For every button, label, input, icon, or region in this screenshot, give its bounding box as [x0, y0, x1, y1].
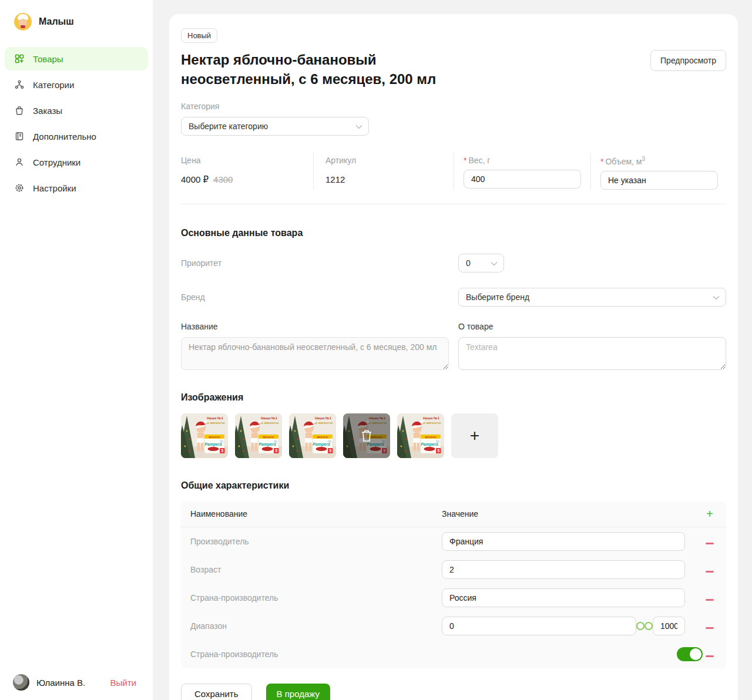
sidebar-item-products[interactable]: Товары [5, 47, 148, 70]
svg-text:Наши №1: Наши №1 [207, 416, 224, 420]
brand-select-value: Выберите бренд [466, 292, 529, 302]
remove-row-button[interactable] [703, 649, 717, 659]
brand: Малыш [0, 13, 153, 31]
svg-text:5: 5 [275, 449, 277, 453]
priority-select-value: 0 [466, 258, 471, 268]
product-image-thumbnail-hovered[interactable]: Наши №1 по мягкости МЕГА БОКС Pampers [343, 413, 390, 458]
brand-logo-icon [14, 13, 32, 31]
price-label: Цена [181, 156, 313, 165]
chevron-down-icon [713, 292, 720, 302]
sidebar-item-label: Сотрудники [33, 157, 80, 167]
toggle-switch-on[interactable] [677, 647, 703, 661]
remove-row-button[interactable] [703, 621, 717, 631]
product-image-thumbnail[interactable]: Наши №1 по мягкости МЕГА БОКС Pampers [181, 413, 228, 458]
journal-icon [14, 131, 25, 142]
about-textarea[interactable] [458, 337, 726, 370]
main-data-title: Основные данные товара [181, 228, 726, 238]
characteristic-value-input[interactable] [442, 532, 685, 551]
svg-text:МЕГА БОКС: МЕГА БОКС [317, 436, 328, 438]
delete-image-overlay[interactable] [343, 413, 390, 458]
minus-icon [706, 571, 714, 573]
weight-input[interactable] [464, 170, 581, 189]
product-image-thumbnail[interactable]: Наши №1 по мягкости МЕГА БОКС Pampers [289, 413, 336, 458]
svg-text:5: 5 [437, 449, 439, 453]
column-header-value: Значение [442, 509, 703, 519]
price-value: 4000 ₽4300 [181, 174, 313, 185]
brand-label: Бренд [181, 292, 458, 302]
range-control [442, 617, 685, 635]
sidebar-item-label: Товары [33, 54, 63, 64]
product-image-thumbnail[interactable]: Наши №1 по мягкости МЕГА БОКС Pampers [397, 413, 444, 458]
person-icon [14, 157, 25, 167]
remove-row-button[interactable] [703, 593, 717, 603]
priority-label: Приоритет [181, 258, 458, 268]
remove-row-button[interactable] [703, 536, 717, 547]
slider-handle-max[interactable] [636, 622, 644, 630]
sidebar-menu: Товары Категории Заказы [0, 47, 153, 200]
add-characteristic-button[interactable]: + [703, 508, 717, 520]
characteristic-name: Производитель [190, 537, 442, 546]
volume-input[interactable] [600, 171, 718, 190]
characteristic-name: Страна-производитель [190, 593, 442, 603]
svg-text:5: 5 [329, 449, 331, 453]
range-max-input[interactable] [653, 617, 685, 635]
toggle-knob [690, 648, 701, 660]
sidebar-item-settings[interactable]: Настройки [5, 176, 148, 200]
save-button[interactable]: Сохранить [181, 684, 252, 700]
brand-select[interactable]: Выберите бренд [458, 288, 726, 307]
logout-link[interactable]: Выйти [110, 678, 136, 688]
svg-text:Pampers: Pampers [313, 442, 330, 447]
sidebar-user: Юлаинна В. Выйти [0, 674, 153, 691]
range-min-input[interactable] [442, 617, 636, 635]
plus-icon: + [470, 426, 479, 445]
svg-text:МЕГА БОКС: МЕГА БОКС [209, 436, 220, 438]
category-select[interactable]: Выберите категорию [181, 117, 369, 136]
characteristic-value-input[interactable] [442, 560, 685, 579]
characteristic-name: Страна-производитель [190, 649, 442, 659]
minus-icon [706, 599, 714, 601]
required-asterisk: * [464, 156, 466, 165]
product-card: Новый Нектар яблочно-банановый неосветле… [169, 14, 738, 700]
about-label: О товаре [458, 322, 726, 331]
chevron-down-icon [491, 258, 498, 268]
preview-button[interactable]: Предпросмотр [650, 50, 726, 71]
sidebar-item-categories[interactable]: Категории [5, 73, 148, 96]
svg-text:Наши №1: Наши №1 [315, 416, 332, 420]
svg-text:МЕГА БОКС: МЕГА БОКС [263, 436, 274, 438]
svg-text:МЕГА БОКС: МЕГА БОКС [425, 436, 437, 438]
column-header-name: Наименование [190, 509, 442, 519]
svg-text:Наши №1: Наши №1 [423, 416, 440, 420]
minus-icon [706, 655, 714, 657]
name-textarea[interactable]: Нектар яблочно-банановый неосветленный, … [181, 337, 449, 370]
svg-text:по мягкости: по мягкости [422, 421, 441, 425]
minus-icon [706, 627, 714, 629]
svg-text:по мягкости: по мягкости [314, 421, 333, 425]
sidebar-item-additional[interactable]: Дополнительно [5, 124, 148, 148]
old-price: 4300 [213, 174, 233, 184]
svg-text:5: 5 [221, 449, 223, 453]
sidebar-item-employees[interactable]: Сотрудники [5, 150, 148, 174]
brand-name: Малыш [39, 16, 74, 27]
category-label: Категория [181, 102, 726, 111]
svg-text:Pampers: Pampers [421, 442, 438, 447]
table-row: Страна-производитель [181, 640, 726, 668]
product-image-thumbnail[interactable]: Наши №1 по мягкости МЕГА БОКС Pampers [235, 413, 282, 458]
characteristics-title: Общие характеристики [181, 480, 726, 491]
slider-handle-min[interactable] [644, 622, 653, 630]
sidebar-item-orders[interactable]: Заказы [5, 99, 148, 122]
characteristic-name: Диапазон [190, 621, 442, 631]
table-row: Страна-производитель [181, 584, 726, 612]
characteristics-table: Наименование Значение + Производитель Во… [181, 502, 726, 668]
priority-select[interactable]: 0 [458, 254, 504, 272]
add-image-button[interactable]: + [451, 413, 498, 458]
images-title: Изображения [181, 392, 726, 403]
sell-button[interactable]: В продажу [266, 684, 330, 700]
sku-label: Артикул [325, 156, 454, 165]
remove-row-button[interactable] [703, 564, 717, 575]
category-select-value: Выберите категорию [189, 122, 268, 131]
table-row: Производитель [181, 527, 726, 556]
sidebar-item-label: Заказы [33, 106, 62, 116]
weight-label: *Вес, г [464, 156, 590, 165]
characteristic-value-input[interactable] [442, 588, 685, 607]
sidebar-item-label: Категории [33, 80, 74, 90]
